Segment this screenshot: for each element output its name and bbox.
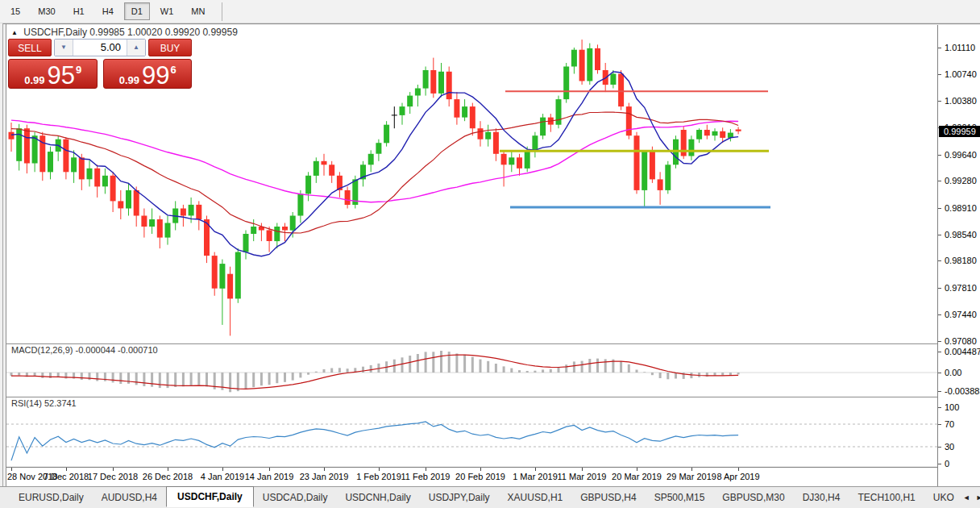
macd-name: MACD(12,26,9): [11, 345, 73, 355]
rsi-axis-label: 0: [945, 459, 949, 468]
price-axis-label: 0.97810: [945, 283, 977, 293]
tab-scroll-controls: ◄ ►: [963, 493, 980, 502]
timeframe-d1[interactable]: D1: [124, 2, 150, 20]
macd-indicator-pane[interactable]: MACD(12,26,9) -0.000044 -0.000710: [6, 344, 937, 396]
date-axis-label: 20 Mar 2019: [612, 472, 662, 481]
date-tick: [168, 468, 168, 471]
date-tick: [426, 468, 426, 471]
timeframe-w1[interactable]: W1: [153, 2, 181, 20]
price-axis[interactable]: 1.011101.007401.003801.000100.996400.992…: [937, 25, 980, 486]
mt4-terminal: 15 M30 H1 H4 D1 W1 MN ▲ USDCHF,Daily 0.9…: [0, 0, 980, 508]
date-axis-label: 20 Feb 2019: [455, 472, 505, 481]
date-tick: [379, 468, 380, 471]
rsi-name: RSI(14): [11, 398, 42, 408]
buy-price-prefix: 0.99: [119, 74, 139, 86]
date-tick: [637, 468, 637, 471]
rsi-label: RSI(14) 52.3741: [11, 398, 77, 408]
rsi-axis-label: 100: [945, 402, 959, 412]
tab-xauusd-h1[interactable]: XAUUSD,H1: [499, 488, 572, 507]
price-axis-label: 0.99640: [945, 150, 977, 160]
date-tick: [269, 468, 270, 471]
tab-tech100-h1[interactable]: TECH100,H1: [849, 488, 924, 507]
buy-button[interactable]: BUY: [148, 39, 192, 56]
tab-dj30-h4[interactable]: DJ30,H4: [794, 488, 849, 507]
toolbar-separator: [222, 2, 222, 21]
date-axis[interactable]: 28 Nov 20187 Dec 201817 Dec 201826 Dec 2…: [6, 467, 937, 486]
date-tick: [535, 468, 536, 471]
window-border: [2, 23, 3, 486]
price-axis-label: 0.98180: [945, 256, 977, 265]
macd-axis-label: -0.003883: [945, 386, 980, 396]
sell-price-pip: 9: [76, 64, 81, 76]
tabs-scroll-right-icon[interactable]: ►: [976, 493, 980, 502]
window-border: [2, 23, 980, 24]
one-click-trading-widget: SELL ▼ 5.00 ▲ BUY 0.99 95 9 0.99 99 6: [8, 39, 192, 89]
price-chart-pane[interactable]: ▲ USDCHF,Daily 0.99985 1.00020 0.99920 0…: [6, 25, 937, 343]
buy-price-button[interactable]: 0.99 99 6: [103, 59, 193, 89]
rsi-axis-label: 70: [945, 419, 954, 429]
timeframe-m15[interactable]: 15: [3, 2, 27, 20]
rsi-axis-label: 30: [945, 442, 954, 452]
date-axis-label: 11 Feb 2019: [401, 472, 451, 481]
tab-eurusd-daily[interactable]: EURUSD,Daily: [10, 488, 93, 507]
volume-increase-button[interactable]: ▲: [127, 40, 145, 56]
macd-label: MACD(12,26,9) -0.000044 -0.000710: [11, 345, 158, 355]
date-axis-label: 1 Mar 2019: [513, 472, 558, 481]
tab-usdcad-daily[interactable]: USDCAD,Daily: [254, 488, 337, 507]
rsi-value: 52.3741: [44, 398, 77, 408]
current-price-tag: 0.99959: [939, 126, 980, 137]
price-axis-label: 1.01110: [945, 43, 975, 52]
date-axis-label: 1 Feb 2019: [356, 472, 401, 481]
timeframe-m30[interactable]: M30: [31, 2, 62, 20]
tab-uko[interactable]: UKO: [924, 488, 963, 507]
price-axis-label: 1.00740: [945, 69, 977, 79]
date-tick: [11, 468, 12, 471]
timeframe-h1[interactable]: H1: [66, 2, 92, 20]
macd-values: -0.000044 -0.000710: [75, 345, 157, 355]
date-tick: [66, 468, 67, 471]
tab-usdcnh-daily[interactable]: USDCNH,Daily: [336, 488, 419, 507]
date-axis-label: 7 Dec 2018: [44, 472, 89, 481]
date-tick: [691, 468, 692, 471]
rsi-indicator-pane[interactable]: RSI(14) 52.3741: [6, 397, 937, 466]
volume-input[interactable]: 5.00: [73, 40, 127, 56]
timeframe-toolbar: 15 M30 H1 H4 D1 W1 MN: [0, 0, 980, 23]
price-axis-label: 1.00380: [945, 96, 977, 106]
date-axis-label: 14 Jan 2019: [245, 472, 294, 481]
date-axis-label: 29 Mar 2019: [666, 472, 716, 481]
date-tick: [113, 468, 114, 471]
date-axis-label: 11 Mar 2019: [558, 472, 607, 481]
tab-usdjpy-daily[interactable]: USDJPY,Daily: [420, 488, 499, 507]
buy-price-main: 99: [142, 63, 169, 88]
sell-price-main: 95: [48, 63, 75, 88]
chart-ohlc-values: 0.99985 1.00020 0.99920 0.99959: [89, 27, 238, 38]
chart-symbol-label: USDCHF,Daily: [23, 27, 87, 38]
price-axis-label: 0.99280: [945, 176, 977, 185]
buy-price-pip: 6: [171, 64, 176, 76]
tab-sp500-m15[interactable]: SP500,M15: [646, 488, 714, 507]
price-axis-label: 0.97440: [945, 310, 977, 319]
volume-decrease-button[interactable]: ▼: [55, 40, 73, 56]
timeframe-mn[interactable]: MN: [184, 2, 212, 20]
tab-gbpusd-m30[interactable]: GBPUSD,M30: [713, 488, 793, 507]
date-axis-label: 17 Dec 2018: [88, 472, 138, 481]
date-tick: [222, 468, 223, 471]
date-axis-label: 23 Jan 2019: [300, 472, 349, 481]
price-axis-label: 0.98540: [945, 230, 977, 239]
timeframe-h4[interactable]: H4: [95, 2, 121, 20]
chart-tab-bar: EURUSD,Daily AUDUSD,H4 USDCHF,Daily USDC…: [0, 486, 980, 508]
collapse-icon[interactable]: ▲: [11, 29, 18, 36]
chart-header: ▲ USDCHF,Daily 0.99985 1.00020 0.99920 0…: [11, 27, 238, 38]
date-axis-label: 8 Apr 2019: [716, 472, 759, 481]
tab-gbpusd-h4[interactable]: GBPUSD,H4: [571, 488, 645, 507]
date-tick: [582, 468, 583, 471]
tab-usdchf-daily[interactable]: USDCHF,Daily: [166, 486, 254, 507]
rsi-chart[interactable]: [6, 398, 937, 466]
sell-button[interactable]: SELL: [8, 39, 52, 56]
tab-audusd-h4[interactable]: AUDUSD,H4: [93, 488, 166, 507]
sell-price-button[interactable]: 0.99 95 9: [8, 59, 98, 89]
tabs-scroll-left-icon[interactable]: ◄: [963, 493, 970, 502]
macd-axis-label: 0.00: [945, 368, 961, 377]
price-axis-label: 0.98910: [945, 203, 977, 213]
price-axis-label: 0.97080: [945, 336, 977, 346]
